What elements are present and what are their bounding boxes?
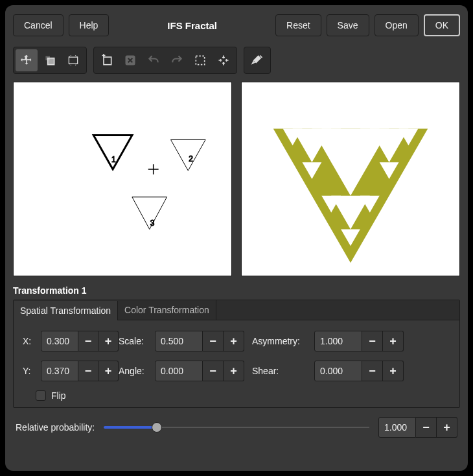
asymmetry-spinner: − +: [314, 331, 411, 351]
scale-label: Scale:: [119, 336, 155, 346]
options-icon[interactable]: [246, 49, 268, 71]
slider-fill: [104, 426, 157, 429]
svg-marker-5: [171, 139, 206, 171]
transform-tabs: Spatial Transformation Color Transformat…: [14, 300, 459, 320]
undo-icon[interactable]: [143, 49, 165, 71]
angle-increment[interactable]: +: [224, 361, 244, 381]
ifs-fractal-dialog: Cancel Help IFS Fractal Reset Save Open …: [5, 5, 468, 471]
new-transform-icon[interactable]: [96, 49, 118, 71]
scale-increment[interactable]: +: [224, 331, 244, 351]
cancel-button[interactable]: Cancel: [13, 14, 63, 36]
render-preview[interactable]: [241, 82, 460, 276]
spatial-form: X: − + Scale: − + Asymmetry: − + Y: −: [14, 320, 459, 407]
shear-spinner: − +: [314, 361, 411, 381]
x-spinner: − +: [41, 331, 119, 351]
x-decrement[interactable]: −: [78, 331, 98, 351]
x-label: X:: [23, 336, 41, 346]
svg-text:3: 3: [150, 219, 155, 228]
y-input[interactable]: [41, 361, 78, 381]
angle-label: Angle:: [119, 366, 155, 376]
y-spinner: − +: [41, 361, 119, 381]
redo-icon[interactable]: [166, 49, 188, 71]
probability-input[interactable]: [378, 417, 416, 438]
x-input[interactable]: [41, 331, 78, 351]
open-button[interactable]: Open: [375, 14, 419, 36]
flip-checkbox[interactable]: [36, 390, 46, 401]
slider-thumb[interactable]: [152, 422, 162, 433]
angle-input[interactable]: [155, 361, 203, 381]
recenter-icon[interactable]: [213, 49, 235, 71]
probability-slider[interactable]: [104, 421, 369, 434]
toolbar: [13, 47, 460, 74]
probability-increment[interactable]: +: [437, 417, 457, 438]
probability-row: Relative probability: − +: [13, 417, 460, 438]
angle-decrement[interactable]: −: [203, 361, 224, 381]
preview-row: 1 2 3: [13, 82, 460, 276]
shear-label: Shear:: [252, 366, 314, 376]
tool-group-mode: [13, 47, 87, 74]
select-all-icon[interactable]: [189, 49, 211, 71]
flip-row: Flip: [23, 390, 411, 401]
probability-decrement[interactable]: −: [416, 417, 437, 438]
rotate-tool-icon[interactable]: [39, 49, 61, 71]
dialog-title: IFS Fractal: [114, 20, 270, 31]
titlebar: Cancel Help IFS Fractal Reset Save Open …: [13, 13, 460, 38]
stretch-tool-icon[interactable]: [62, 49, 84, 71]
ok-button[interactable]: OK: [424, 14, 460, 36]
svg-rect-2: [196, 56, 204, 64]
flip-label: Flip: [51, 390, 66, 401]
move-tool-icon[interactable]: [16, 49, 38, 71]
x-increment[interactable]: +: [98, 331, 119, 351]
shear-increment[interactable]: +: [383, 361, 404, 381]
y-decrement[interactable]: −: [78, 361, 98, 381]
tool-group-edit: [93, 47, 237, 74]
y-increment[interactable]: +: [98, 361, 119, 381]
svg-text:1: 1: [111, 155, 116, 164]
shear-input[interactable]: [314, 361, 362, 381]
help-button[interactable]: Help: [69, 14, 110, 36]
tool-group-options: [244, 47, 271, 74]
scale-spinner: − +: [155, 331, 252, 351]
probability-label: Relative probability:: [16, 422, 95, 433]
svg-marker-7: [132, 197, 167, 230]
scale-decrement[interactable]: −: [203, 331, 224, 351]
shear-decrement[interactable]: −: [362, 361, 383, 381]
asymmetry-increment[interactable]: +: [383, 331, 404, 351]
design-preview[interactable]: 1 2 3: [13, 82, 232, 276]
tab-color[interactable]: Color Transformation: [118, 300, 216, 320]
tab-spatial[interactable]: Spatial Transformation: [14, 301, 118, 320]
reset-button[interactable]: Reset: [275, 14, 321, 36]
svg-rect-0: [104, 57, 111, 65]
asymmetry-label: Asymmetry:: [252, 336, 314, 346]
svg-text:2: 2: [189, 154, 193, 163]
save-button[interactable]: Save: [327, 14, 369, 36]
transform-frame: Spatial Transformation Color Transformat…: [13, 300, 460, 408]
delete-transform-icon[interactable]: [119, 49, 141, 71]
scale-input[interactable]: [155, 331, 203, 351]
y-label: Y:: [23, 366, 41, 376]
transform-title: Transformation 1: [13, 285, 460, 296]
probability-spinner: − +: [378, 417, 457, 438]
asymmetry-input[interactable]: [314, 331, 362, 351]
svg-marker-3: [93, 135, 132, 169]
angle-spinner: − +: [155, 361, 252, 381]
asymmetry-decrement[interactable]: −: [362, 331, 383, 351]
